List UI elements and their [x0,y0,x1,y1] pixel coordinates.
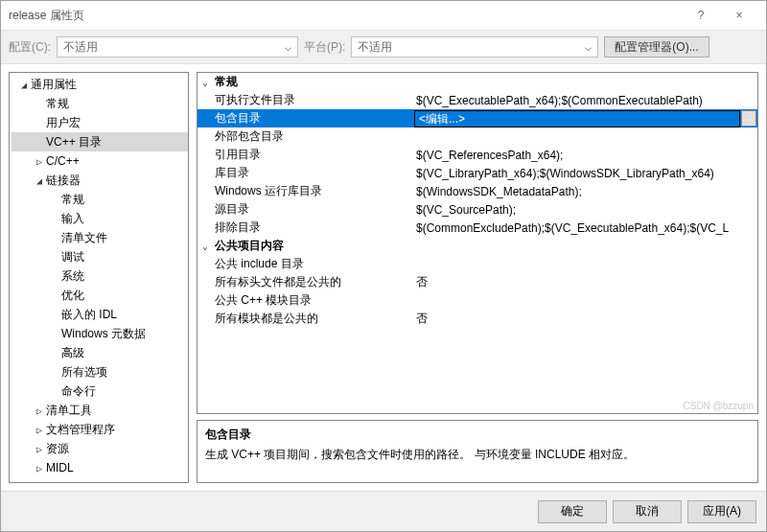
property-name: 包含目录 [213,110,414,127]
main-area: ◢通用属性常规用户宏VC++ 目录▷C/C++◢链接器常规输入清单文件调试系统优… [1,64,766,491]
property-name: 公共 C++ 模块目录 [213,292,414,309]
ok-button[interactable]: 确定 [538,500,607,523]
tree-item-label: 用户宏 [46,115,81,131]
description-panel: 包含目录 生成 VC++ 项目期间，搜索包含文件时使用的路径。 与环境变量 IN… [197,420,758,483]
tree-arrow-icon: ◢ [33,175,46,186]
grid-row[interactable]: 外部包含目录 [198,127,757,146]
grid-row[interactable]: 所有标头文件都是公共的否 [198,273,757,291]
tree-item[interactable]: 用户宏 [12,113,188,132]
property-value[interactable]: $(VC_SourcePath); [414,203,757,217]
tree-item-label: 高级 [61,345,84,361]
watermark: CSDN @bzzupn [683,401,754,411]
property-name: 排除目录 [213,220,414,236]
platform-combo[interactable]: 不适用 ⌵ [351,36,598,58]
apply-button[interactable]: 应用(A) [687,500,756,523]
tree-item-label: 链接器 [46,173,81,189]
tree-item[interactable]: ◢链接器 [12,171,188,190]
property-value[interactable]: $(VC_LibraryPath_x64);$(WindowsSDK_Libra… [414,167,757,180]
property-name: 可执行文件目录 [213,92,414,108]
section-title: 常规 [213,74,414,90]
titlebar: release 属性页 ? × [1,1,766,30]
tree-item[interactable]: 系统 [12,266,188,286]
tree-item[interactable]: VC++ 目录 [12,132,188,151]
tree-item[interactable]: 常规 [12,190,188,209]
collapse-icon[interactable]: ⌄ [198,242,213,251]
property-value[interactable]: 否 [414,311,757,327]
grid-row[interactable]: 源目录$(VC_SourcePath); [198,200,757,219]
tree-arrow-icon: ▷ [33,156,46,167]
tree-item[interactable]: ▷资源 [12,439,188,458]
property-name: Windows 运行库目录 [213,183,414,199]
dropdown-button[interactable]: ⌄ [741,110,756,127]
tree-item-label: VC++ 目录 [46,134,102,150]
tree-item[interactable]: 常规 [12,94,188,113]
tree-item[interactable]: 命令行 [12,382,188,401]
platform-value: 不适用 [358,39,392,56]
tree-arrow-icon: ▷ [33,444,46,454]
config-toolbar: 配置(C): 不适用 ⌵ 平台(P): 不适用 ⌵ 配置管理器(O)... [1,30,766,64]
grid-row[interactable]: 排除目录$(CommonExcludePath);$(VC_Executable… [198,219,757,237]
property-value[interactable]: 否 [414,274,757,290]
property-value[interactable]: $(CommonExcludePath);$(VC_ExecutablePath… [414,221,757,235]
tree-item-label: 清单工具 [46,403,92,419]
tree-item[interactable]: 清单文件 [12,228,188,247]
property-name: 所有模块都是公共的 [213,311,414,327]
edit-dropdown-item[interactable]: <编辑...> [414,110,740,127]
tree-arrow-icon: ◢ [17,80,31,90]
tree-item[interactable]: Windows 元数据 [12,324,188,343]
tree-item-label: Windows 元数据 [61,326,146,342]
config-label: 配置(C): [9,39,51,56]
property-value[interactable]: $(VC_ReferencesPath_x64); [414,149,757,162]
grid-row[interactable]: 公共 C++ 模块目录 [198,291,757,310]
grid-row[interactable]: 库目录$(VC_LibraryPath_x64);$(WindowsSDK_Li… [198,164,757,182]
tree-item-label: 常规 [61,192,84,208]
tree-item-label: 嵌入的 IDL [61,307,117,323]
tree-item[interactable]: 调试 [12,247,188,266]
property-name: 源目录 [213,201,414,218]
tree-item[interactable]: ▷C/C++ [12,151,188,171]
tree-item[interactable]: ▷MIDL [12,458,188,477]
tree-item-label: 通用属性 [31,77,77,93]
grid-row[interactable]: 所有模块都是公共的否 [198,310,757,328]
property-name: 库目录 [213,165,414,181]
tree-item-label: 系统 [61,268,84,285]
tree-item[interactable]: 所有选项 [12,362,188,382]
category-tree[interactable]: ◢通用属性常规用户宏VC++ 目录▷C/C++◢链接器常规输入清单文件调试系统优… [9,72,189,483]
property-value[interactable]: $(VC_ExecutablePath_x64);$(CommonExecuta… [414,94,757,107]
collapse-icon[interactable]: ⌄ [198,78,213,87]
right-panel: ⌄常规可执行文件目录$(VC_ExecutablePath_x64);$(Com… [197,72,758,483]
tree-item-label: 优化 [61,288,84,304]
property-page-window: release 属性页 ? × 配置(C): 不适用 ⌵ 平台(P): 不适用 … [0,0,767,532]
tree-item[interactable]: ▷文档管理程序 [12,420,188,439]
grid-section-header: ⌄公共项目内容 [198,237,757,255]
section-title: 公共项目内容 [213,238,414,254]
grid-section-header: ⌄常规 [198,73,757,91]
tree-item[interactable]: ▷清单工具 [12,401,188,420]
tree-item[interactable]: 优化 [12,286,188,305]
tree-item[interactable]: 嵌入的 IDL [12,305,188,324]
cancel-button[interactable]: 取消 [613,500,682,523]
tree-item-label: 资源 [46,441,69,457]
tree-item[interactable]: 高级 [12,343,188,362]
property-value[interactable]: $(WindowsSDK_MetadataPath); [414,185,757,198]
grid-row[interactable]: Windows 运行库目录$(WindowsSDK_MetadataPath); [198,182,757,200]
grid-row[interactable]: 可执行文件目录$(VC_ExecutablePath_x64);$(Common… [198,91,757,109]
property-name: 外部包含目录 [213,128,414,145]
tree-item[interactable]: 输入 [12,209,188,228]
property-name: 公共 include 目录 [213,256,414,272]
platform-label: 平台(P): [304,39,345,56]
config-combo[interactable]: 不适用 ⌵ [57,36,298,58]
help-button[interactable]: ? [682,1,720,30]
tree-item-label: MIDL [46,461,74,474]
property-name: 引用目录 [213,147,414,163]
config-manager-button[interactable]: 配置管理器(O)... [604,36,709,58]
tree-item[interactable]: ◢通用属性 [12,75,188,94]
description-body: 生成 VC++ 项目期间，搜索包含文件时使用的路径。 与环境变量 INCLUDE… [205,447,750,463]
tree-item-label: 文档管理程序 [46,422,115,438]
tree-item-label: 清单文件 [61,230,107,246]
chevron-down-icon: ⌵ [285,40,291,54]
grid-row[interactable]: 引用目录$(VC_ReferencesPath_x64); [198,146,757,164]
property-grid: ⌄常规可执行文件目录$(VC_ExecutablePath_x64);$(Com… [197,72,758,414]
grid-row[interactable]: 公共 include 目录 [198,255,757,273]
close-button[interactable]: × [720,1,758,30]
